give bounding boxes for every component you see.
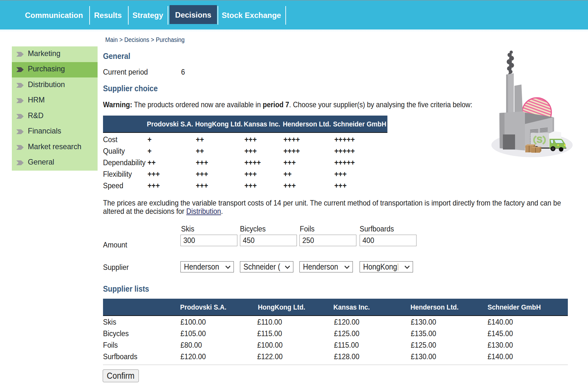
svg-text:S: S [536, 135, 542, 145]
